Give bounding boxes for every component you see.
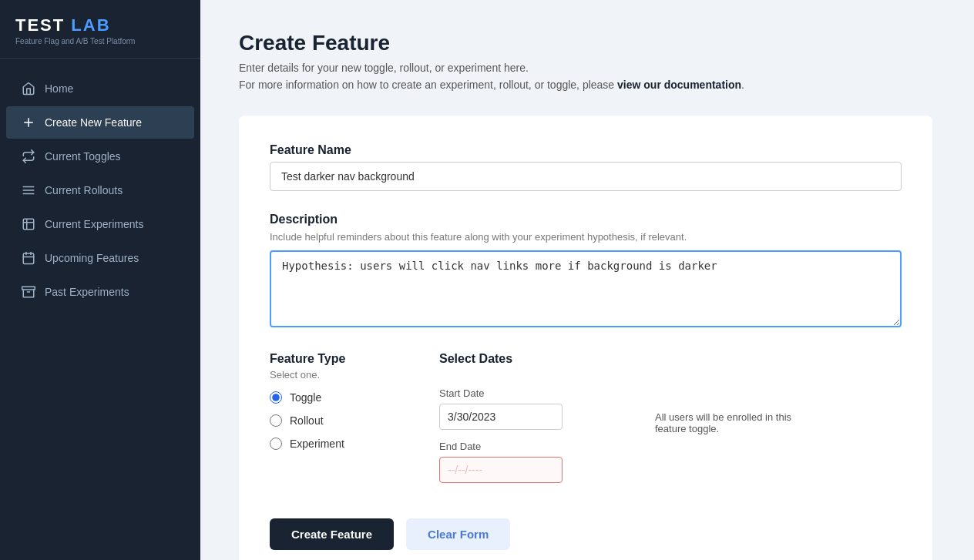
- feature-name-label: Feature Name: [270, 143, 902, 157]
- bottom-section: Feature Type Select one. Toggle Rollout …: [270, 352, 902, 494]
- feature-name-group: Feature Name: [270, 143, 902, 191]
- sidebar-item-past-experiments[interactable]: Past Experiments: [6, 276, 194, 308]
- start-date-input[interactable]: [440, 404, 563, 429]
- radio-toggle-label: Toggle: [290, 391, 321, 404]
- plus-icon: [22, 116, 35, 129]
- end-date-input[interactable]: [440, 458, 563, 482]
- svg-rect-5: [23, 253, 34, 264]
- sidebar-item-current-toggles[interactable]: Current Toggles: [6, 140, 194, 173]
- experiments-icon: [22, 217, 35, 231]
- radio-toggle[interactable]: Toggle: [270, 391, 393, 404]
- description-hint: Include helpful reminders about this fea…: [270, 231, 902, 243]
- page-subtitle: Enter details for your new toggle, rollo…: [239, 62, 935, 74]
- dates-section: Select Dates Start Date ✕: [439, 352, 593, 494]
- description-group: Description Include helpful reminders ab…: [270, 213, 902, 330]
- sidebar-rollouts-label: Current Rollouts: [45, 184, 123, 196]
- description-textarea[interactable]: Hypothesis: users will click nav links m…: [270, 250, 902, 327]
- radio-rollout-input[interactable]: [270, 414, 282, 427]
- start-date-wrapper: ✕: [439, 404, 563, 430]
- page-doc-info: For more information on how to create an…: [239, 79, 935, 91]
- end-date-group: End Date ✕: [439, 441, 593, 483]
- sidebar-item-create-new-feature[interactable]: Create New Feature: [6, 106, 194, 139]
- select-dates-label: Select Dates: [439, 352, 593, 366]
- start-date-group: Start Date ✕: [439, 387, 593, 430]
- radio-experiment-input[interactable]: [270, 438, 282, 450]
- sidebar-item-current-experiments[interactable]: Current Experiments: [6, 208, 194, 240]
- page-title: Create Feature: [239, 31, 935, 55]
- sidebar: TEST LAB Feature Flag and A/B Test Platf…: [0, 0, 200, 560]
- form-buttons: Create Feature Clear Form: [270, 518, 902, 550]
- radio-rollout[interactable]: Rollout: [270, 414, 393, 427]
- end-date-label: End Date: [439, 441, 593, 452]
- feature-name-input[interactable]: [270, 162, 902, 191]
- description-label: Description: [270, 213, 902, 226]
- sidebar-item-home[interactable]: Home: [6, 72, 194, 105]
- rollouts-icon: [22, 183, 35, 197]
- app-logo: TEST LAB: [15, 15, 185, 35]
- clear-form-button[interactable]: Clear Form: [406, 518, 510, 550]
- feature-type-label: Feature Type: [270, 352, 393, 366]
- app-tagline: Feature Flag and A/B Test Platform: [15, 37, 185, 45]
- toggle-enrollment-note: All users will be enrolled in this featu…: [655, 411, 825, 434]
- sidebar-nav: Home Create New Feature Current Toggles …: [0, 59, 200, 560]
- home-icon: [22, 82, 35, 96]
- radio-toggle-input[interactable]: [270, 391, 282, 404]
- start-date-label: Start Date: [439, 387, 593, 399]
- sidebar-experiments-label: Current Experiments: [45, 218, 143, 230]
- toggles-icon: [22, 149, 35, 163]
- sidebar-create-label: Create New Feature: [45, 116, 142, 129]
- radio-rollout-label: Rollout: [290, 414, 324, 427]
- sidebar-toggles-label: Current Toggles: [45, 150, 121, 163]
- sidebar-item-current-rollouts[interactable]: Current Rollouts: [6, 174, 194, 206]
- svg-rect-9: [22, 287, 35, 290]
- main-content: Create Feature Enter details for your ne…: [200, 0, 974, 560]
- documentation-link[interactable]: view our documentation: [617, 79, 741, 91]
- end-date-wrapper: ✕: [439, 457, 563, 483]
- create-feature-button[interactable]: Create Feature: [270, 518, 394, 550]
- feature-type-sublabel: Select one.: [270, 369, 393, 381]
- sidebar-home-label: Home: [45, 82, 73, 95]
- feature-type-section: Feature Type Select one. Toggle Rollout …: [270, 352, 393, 461]
- calendar-icon: [22, 251, 35, 265]
- radio-experiment[interactable]: Experiment: [270, 438, 393, 450]
- radio-experiment-label: Experiment: [290, 438, 344, 450]
- create-feature-form: Feature Name Description Include helpful…: [239, 116, 932, 560]
- archive-icon: [22, 285, 35, 299]
- sidebar-upcoming-label: Upcoming Features: [45, 252, 139, 264]
- sidebar-past-label: Past Experiments: [45, 286, 129, 298]
- logo-area: TEST LAB Feature Flag and A/B Test Platf…: [0, 0, 200, 59]
- sidebar-item-upcoming-features[interactable]: Upcoming Features: [6, 242, 194, 274]
